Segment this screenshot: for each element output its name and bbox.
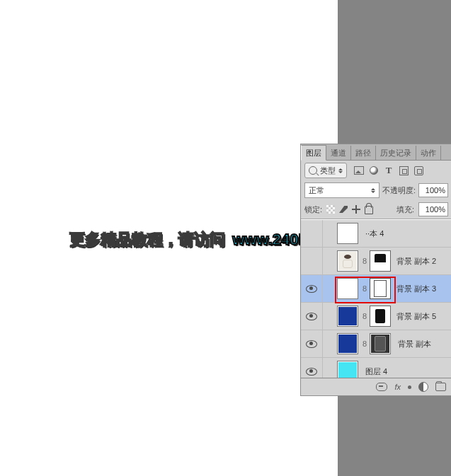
blend-row: 正常 不透明度: 100% xyxy=(301,180,451,200)
tab-paths[interactable]: 路径 xyxy=(351,146,376,160)
blend-mode-select[interactable]: 正常 xyxy=(304,182,379,198)
layer-thumbnail[interactable] xyxy=(337,223,358,244)
lock-label: 锁定: xyxy=(304,204,322,215)
filter-type-icon[interactable]: T xyxy=(384,166,394,175)
layer-mask-thumbnail[interactable] xyxy=(370,250,391,272)
filter-smart-icon[interactable] xyxy=(413,166,423,175)
visibility-toggle[interactable] xyxy=(301,330,323,357)
layer-name[interactable]: ··本 4 xyxy=(365,228,384,239)
layer-thumbnail[interactable] xyxy=(337,361,358,378)
layer-filter-kind[interactable]: 类型 xyxy=(304,163,347,178)
layer-name[interactable]: 背景 副本 3 xyxy=(396,284,436,294)
link-layers-icon[interactable] xyxy=(376,383,387,391)
filter-shape-icon[interactable] xyxy=(399,166,409,175)
add-mask-icon[interactable] xyxy=(418,382,428,392)
eye-icon xyxy=(306,313,317,320)
panel-tab-strip: 图层 通道 路径 历史记录 动作 xyxy=(301,144,451,161)
eye-hidden-icon xyxy=(307,256,316,266)
watermark-cn: 更多精品教程，请访问 xyxy=(69,231,225,248)
layer-thumbnail[interactable] xyxy=(337,278,358,299)
eye-icon xyxy=(306,285,317,293)
panel-footer: fx xyxy=(301,378,451,395)
layer-item[interactable]: 8 背景 副本 3 xyxy=(301,275,451,303)
search-icon xyxy=(309,166,317,175)
layer-name[interactable]: 背景 副本 2 xyxy=(396,256,436,267)
tab-layers[interactable]: 图层 xyxy=(301,145,326,161)
blend-mode-value: 正常 xyxy=(309,185,324,196)
new-group-icon[interactable] xyxy=(435,383,446,391)
mask-link-icon[interactable]: 8 xyxy=(360,251,370,271)
layer-item[interactable]: 图层 4 xyxy=(301,358,451,378)
fill-label: 填充: xyxy=(396,204,414,215)
layer-thumbnail[interactable] xyxy=(337,333,358,354)
vector-mask-thumbnail[interactable] xyxy=(370,278,391,299)
layer-list: ··本 4 8 背景 副本 2 8 背景 副本 3 xyxy=(301,219,451,378)
lock-transparent-icon[interactable] xyxy=(326,205,335,214)
lock-all-icon[interactable] xyxy=(365,206,373,214)
layer-name[interactable]: 背景 副本 5 xyxy=(396,311,436,322)
visibility-toggle[interactable] xyxy=(301,275,323,302)
lock-position-icon[interactable] xyxy=(352,205,360,214)
mask-link-icon[interactable]: 8 xyxy=(360,334,370,354)
layer-name[interactable]: 图层 4 xyxy=(365,366,387,377)
mask-link-icon[interactable]: 8 xyxy=(360,306,370,326)
visibility-toggle[interactable] xyxy=(301,248,323,274)
lock-row: 锁定: 填充: 100% xyxy=(301,200,451,219)
layer-thumbnail[interactable] xyxy=(337,250,358,272)
kind-label: 类型 xyxy=(320,166,336,176)
visibility-toggle[interactable] xyxy=(301,358,323,378)
footer-dot-icon xyxy=(408,385,411,389)
layer-name[interactable]: 背景 副本 xyxy=(398,339,431,349)
eye-icon xyxy=(306,340,317,348)
fx-button[interactable]: fx xyxy=(394,383,401,391)
tab-channels[interactable]: 通道 xyxy=(326,146,351,160)
layer-item[interactable]: 8 背景 副本 2 xyxy=(301,248,451,275)
layers-panel: 图层 通道 路径 历史记录 动作 类型 T 正常 xyxy=(300,144,451,396)
layer-thumbnail[interactable] xyxy=(337,306,358,327)
visibility-toggle[interactable] xyxy=(301,303,323,330)
eye-hidden-icon xyxy=(307,228,316,238)
lock-pixels-icon[interactable] xyxy=(339,206,348,213)
opacity-value[interactable]: 100% xyxy=(418,183,448,197)
filter-pixel-icon[interactable] xyxy=(354,166,364,175)
visibility-toggle[interactable] xyxy=(301,220,323,247)
filter-row: 类型 T xyxy=(301,161,451,180)
eye-icon xyxy=(306,368,317,376)
layer-item[interactable]: 8 背景 副本 5 xyxy=(301,303,451,330)
filter-adjust-icon[interactable] xyxy=(369,166,379,175)
tab-actions[interactable]: 动作 xyxy=(416,146,441,160)
opacity-label: 不透明度: xyxy=(382,185,416,196)
layer-mask-thumbnail[interactable] xyxy=(370,333,391,354)
layer-mask-thumbnail[interactable] xyxy=(370,306,391,327)
layer-item[interactable]: 8 背景 副本 xyxy=(301,330,451,358)
mask-link-icon[interactable]: 8 xyxy=(360,279,370,298)
layer-item[interactable]: ··本 4 xyxy=(301,220,451,248)
fill-value[interactable]: 100% xyxy=(418,202,448,216)
tab-history[interactable]: 历史记录 xyxy=(376,146,416,160)
